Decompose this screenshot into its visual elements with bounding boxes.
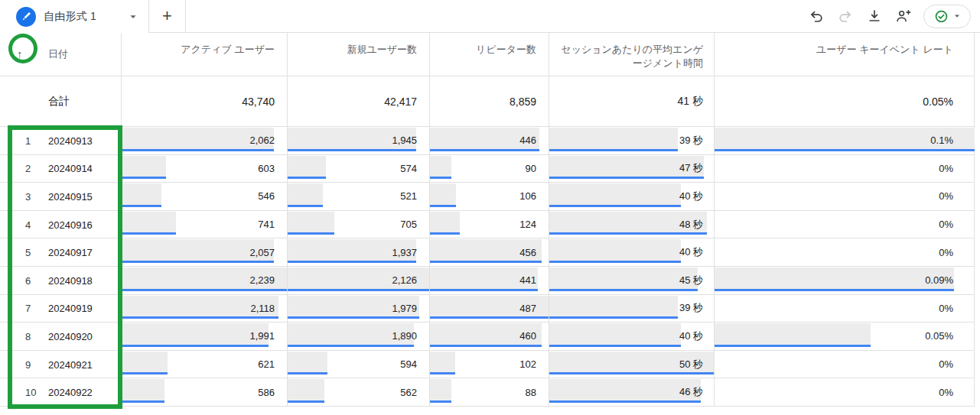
column-header-avg-engagement[interactable]: セッションあたりの平均エンゲージメント時間 — [549, 33, 714, 76]
active-users-cell[interactable]: 1,991 — [121, 323, 287, 350]
key-event-rate-cell[interactable]: 0% — [714, 155, 975, 183]
row-number: 3 — [25, 190, 31, 202]
new-users-cell[interactable]: 574 — [287, 155, 429, 183]
active-users-cell[interactable]: 741 — [121, 211, 287, 238]
active-users-cell[interactable]: 546 — [121, 183, 287, 210]
returning-users-cell[interactable]: 446 — [429, 127, 549, 154]
avg-engagement-cell[interactable]: 46 秒 — [549, 378, 714, 406]
new-users-cell[interactable]: 1,937 — [287, 238, 429, 266]
returning-users-cell[interactable]: 487 — [429, 295, 549, 323]
returning-users-cell[interactable]: 456 — [429, 238, 549, 266]
total-key-event-rate: 0.05% — [714, 76, 975, 126]
key-event-rate-cell[interactable]: 0.05% — [714, 323, 975, 350]
avg-engagement-cell[interactable]: 48 秒 — [549, 211, 714, 238]
avg-engagement-cell[interactable]: 47 秒 — [549, 155, 714, 183]
avg-engagement-cell[interactable]: 50 秒 — [549, 351, 714, 378]
avg-engagement-cell[interactable]: 40 秒 — [549, 238, 714, 266]
avg-engagement-cell[interactable]: 39 秒 — [549, 295, 714, 323]
value-bar — [122, 323, 269, 347]
add-tab-button[interactable]: + — [149, 0, 186, 33]
key-event-rate-cell[interactable]: 0.1% — [714, 127, 975, 154]
date-cell[interactable]: 5 20240917 — [0, 238, 121, 266]
key-event-rate-cell[interactable]: 0% — [714, 351, 975, 378]
row-date: 20240920 — [48, 330, 93, 342]
active-users-cell[interactable]: 586 — [121, 378, 287, 406]
row-date: 20240922 — [48, 387, 93, 398]
chevron-down-icon[interactable] — [129, 12, 138, 21]
avg-engagement-cell[interactable]: 45 秒 — [549, 267, 714, 294]
new-users-cell[interactable]: 562 — [287, 378, 429, 406]
avg-engagement-cell[interactable]: 39 秒 — [549, 127, 714, 154]
returning-users-cell[interactable]: 106 — [429, 183, 549, 210]
table-row: 9 20240921 621 594 102 50 秒 0% — [0, 351, 974, 379]
table-row: 3 20240915 546 521 106 40 秒 0% — [0, 183, 974, 211]
value-bar — [288, 379, 324, 403]
redo-icon[interactable] — [836, 7, 855, 25]
new-users-cell[interactable]: 594 — [287, 351, 429, 378]
row-date: 20240914 — [48, 163, 93, 174]
new-users-cell[interactable]: 521 — [287, 183, 429, 210]
date-cell[interactable]: 8 20240920 — [0, 323, 121, 350]
key-event-rate-cell[interactable]: 0% — [714, 378, 975, 406]
download-icon[interactable] — [865, 7, 884, 25]
active-users-cell[interactable]: 2,239 — [121, 267, 287, 294]
date-cell[interactable]: 2 20240914 — [0, 155, 121, 183]
date-cell[interactable]: 4 20240916 — [0, 211, 121, 238]
key-event-rate-cell[interactable]: 0% — [714, 211, 975, 238]
avg-engagement-cell[interactable]: 40 秒 — [549, 323, 714, 350]
new-users-cell[interactable]: 705 — [287, 211, 429, 238]
returning-users-cell[interactable]: 124 — [429, 211, 549, 238]
table-row: 2 20240914 603 574 90 47 秒 0% — [0, 155, 974, 183]
column-header-new-users[interactable]: 新規ユーザー数 — [287, 33, 429, 76]
avg-engagement-cell[interactable]: 40 秒 — [549, 183, 714, 210]
new-users-cell[interactable]: 1,890 — [287, 323, 429, 350]
key-event-rate-cell[interactable]: 0% — [714, 238, 975, 266]
table-row: 4 20240916 741 705 124 48 秒 0% — [0, 211, 974, 239]
active-users-cell[interactable]: 2,057 — [121, 238, 287, 266]
returning-users-cell[interactable]: 90 — [429, 155, 549, 183]
row-number: 6 — [25, 274, 31, 286]
table-row: 8 20240920 1,991 1,890 460 40 秒 0.05% — [0, 323, 974, 351]
column-header-active-users[interactable]: アクティブ ユーザー — [121, 33, 287, 76]
row-number: 1 — [25, 135, 31, 146]
date-cell[interactable]: 10 20240922 — [0, 378, 121, 406]
active-users-cell[interactable]: 2,062 — [121, 127, 287, 154]
returning-users-cell[interactable]: 441 — [429, 267, 549, 294]
column-header-key-event-rate[interactable]: ユーザー キーイベント レート — [714, 33, 975, 76]
value-bar — [122, 352, 168, 375]
new-users-cell[interactable]: 1,945 — [287, 127, 429, 154]
row-date: 20240919 — [48, 303, 93, 314]
returning-users-cell[interactable]: 460 — [429, 323, 549, 350]
tab-freeform[interactable]: 自由形式 1 — [0, 0, 149, 33]
validation-status-button[interactable] — [923, 5, 971, 28]
key-event-rate-cell[interactable]: 0% — [714, 295, 975, 323]
key-event-rate-cell[interactable]: 0% — [714, 183, 975, 210]
active-users-cell[interactable]: 621 — [121, 351, 287, 378]
total-avg-engagement: 41 秒 — [549, 76, 714, 126]
toolbar — [186, 0, 980, 33]
date-cell[interactable]: 3 20240915 — [0, 183, 121, 210]
key-event-rate-cell[interactable]: 0.09% — [714, 267, 975, 294]
date-cell[interactable]: 7 20240919 — [0, 295, 121, 323]
active-users-cell[interactable]: 2,118 — [121, 295, 287, 323]
value-bar — [549, 379, 701, 403]
new-users-cell[interactable]: 2,126 — [287, 267, 429, 294]
value-bar — [288, 352, 327, 375]
value-bar — [430, 352, 455, 375]
new-users-cell[interactable]: 1,979 — [287, 295, 429, 323]
add-collaborator-icon[interactable] — [894, 7, 913, 25]
row-date: 20240918 — [48, 274, 93, 286]
pencil-icon — [16, 7, 36, 27]
date-cell[interactable]: 6 20240918 — [0, 267, 121, 294]
active-users-cell[interactable]: 603 — [121, 155, 287, 183]
date-cell[interactable]: 9 20240921 — [0, 351, 121, 378]
column-header-returning-users[interactable]: リピーター数 — [429, 33, 549, 76]
row-date: 20240916 — [48, 219, 93, 230]
table-row: 7 20240919 2,118 1,979 487 39 秒 0% — [0, 295, 974, 323]
column-header-date[interactable]: ↑ 日付 — [0, 33, 121, 76]
value-bar — [122, 379, 164, 403]
undo-icon[interactable] — [807, 7, 825, 25]
returning-users-cell[interactable]: 102 — [429, 351, 549, 378]
date-cell[interactable]: 1 20240913 — [0, 127, 121, 154]
returning-users-cell[interactable]: 88 — [429, 378, 549, 406]
